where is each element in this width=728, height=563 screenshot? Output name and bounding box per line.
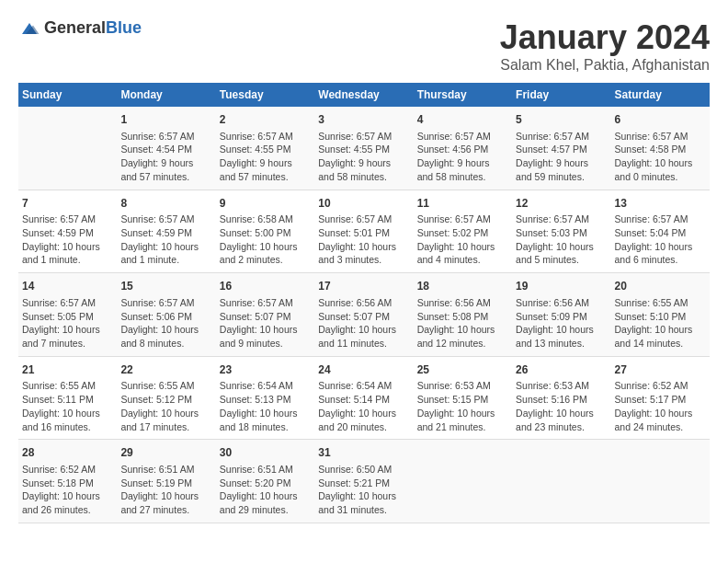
calendar-cell: 18Sunrise: 6:56 AMSunset: 5:08 PMDayligh… <box>414 273 512 357</box>
day-info: Sunset: 5:15 PM <box>417 393 508 407</box>
day-info: and 12 minutes. <box>417 337 508 350</box>
day-info: and 17 minutes. <box>120 420 211 434</box>
header-monday: Monday <box>117 83 215 107</box>
day-info: Sunrise: 6:52 AM <box>615 379 706 393</box>
day-info: Daylight: 10 hours <box>516 240 607 254</box>
day-info: Sunrise: 6:57 AM <box>615 130 706 144</box>
day-info: Sunset: 5:00 PM <box>220 226 311 240</box>
day-info: Daylight: 10 hours <box>318 489 409 503</box>
day-info: and 5 minutes. <box>516 253 607 267</box>
day-info: Sunrise: 6:55 AM <box>22 379 113 393</box>
day-number: 12 <box>516 196 607 212</box>
day-info: Sunset: 4:54 PM <box>120 143 211 156</box>
day-info: Sunrise: 6:56 AM <box>516 296 607 310</box>
calendar-cell: 23Sunrise: 6:54 AMSunset: 5:13 PMDayligh… <box>216 356 314 440</box>
day-info: Daylight: 10 hours <box>22 323 113 337</box>
calendar-cell: 16Sunrise: 6:57 AMSunset: 5:07 PMDayligh… <box>216 273 314 357</box>
day-info: Daylight: 10 hours <box>120 407 211 420</box>
day-info: Sunset: 5:06 PM <box>120 310 211 324</box>
day-info: Sunrise: 6:57 AM <box>318 213 409 226</box>
calendar-cell: 25Sunrise: 6:53 AMSunset: 5:15 PMDayligh… <box>414 356 512 440</box>
day-info: Sunset: 5:05 PM <box>22 310 113 324</box>
day-info: and 21 minutes. <box>417 420 508 434</box>
day-info: Sunrise: 6:57 AM <box>120 130 211 144</box>
day-info: Daylight: 10 hours <box>22 489 113 503</box>
day-info: Sunrise: 6:56 AM <box>318 296 409 310</box>
day-number: 15 <box>120 279 211 294</box>
calendar-cell: 5Sunrise: 6:57 AMSunset: 4:57 PMDaylight… <box>512 107 610 190</box>
day-info: and 18 minutes. <box>220 420 311 434</box>
day-info: Sunset: 5:11 PM <box>22 393 113 407</box>
calendar-cell: 17Sunrise: 6:56 AMSunset: 5:07 PMDayligh… <box>314 273 413 357</box>
day-number: 14 <box>22 279 113 294</box>
day-info: and 58 minutes. <box>417 170 508 184</box>
day-info: and 57 minutes. <box>120 170 211 184</box>
day-info: Sunrise: 6:52 AM <box>22 463 113 477</box>
day-number: 8 <box>120 196 211 212</box>
day-info: Daylight: 10 hours <box>417 407 508 420</box>
day-info: Sunrise: 6:57 AM <box>22 296 113 310</box>
calendar-cell: 4Sunrise: 6:57 AMSunset: 4:56 PMDaylight… <box>414 107 512 190</box>
calendar-cell: 13Sunrise: 6:57 AMSunset: 5:04 PMDayligh… <box>611 190 710 273</box>
day-info: and 14 minutes. <box>615 337 706 350</box>
title-block: January 2024 Salam Khel, Paktia, Afghani… <box>500 18 710 74</box>
day-number: 29 <box>120 445 211 461</box>
day-info: Daylight: 10 hours <box>615 407 706 420</box>
day-info: Sunrise: 6:57 AM <box>220 130 311 144</box>
day-info: Daylight: 10 hours <box>516 407 607 420</box>
calendar-cell: 29Sunrise: 6:51 AMSunset: 5:19 PMDayligh… <box>117 440 215 523</box>
day-info: Daylight: 9 hours <box>516 156 607 170</box>
day-info: Daylight: 10 hours <box>220 407 311 420</box>
calendar-cell: 9Sunrise: 6:58 AMSunset: 5:00 PMDaylight… <box>216 190 314 273</box>
day-info: and 1 minute. <box>22 253 113 267</box>
day-info: Sunrise: 6:57 AM <box>615 213 706 226</box>
calendar-cell: 11Sunrise: 6:57 AMSunset: 5:02 PMDayligh… <box>414 190 512 273</box>
day-info: and 26 minutes. <box>22 503 113 517</box>
week-row-2: 7Sunrise: 6:57 AMSunset: 4:59 PMDaylight… <box>18 190 710 273</box>
subtitle: Salam Khel, Paktia, Afghanistan <box>500 57 710 74</box>
day-info: Sunset: 5:09 PM <box>516 310 607 324</box>
day-info: Daylight: 10 hours <box>417 240 508 254</box>
day-info: and 3 minutes. <box>318 253 409 267</box>
day-info: Sunset: 5:04 PM <box>615 226 706 240</box>
calendar-body: 1Sunrise: 6:57 AMSunset: 4:54 PMDaylight… <box>18 107 710 523</box>
day-info: and 2 minutes. <box>220 253 311 267</box>
day-info: and 58 minutes. <box>318 170 409 184</box>
day-info: Daylight: 10 hours <box>120 489 211 503</box>
day-info: Sunrise: 6:57 AM <box>120 213 211 226</box>
day-info: Daylight: 10 hours <box>516 323 607 337</box>
day-number: 1 <box>120 112 211 128</box>
calendar-cell: 6Sunrise: 6:57 AMSunset: 4:58 PMDaylight… <box>611 107 710 190</box>
day-info: and 31 minutes. <box>318 503 409 517</box>
day-info: and 16 minutes. <box>22 420 113 434</box>
day-info: Sunset: 5:01 PM <box>318 226 409 240</box>
day-info: Sunset: 5:13 PM <box>220 393 311 407</box>
day-info: and 27 minutes. <box>120 503 211 517</box>
day-number: 28 <box>22 445 113 461</box>
day-info: Daylight: 10 hours <box>220 323 311 337</box>
day-info: Daylight: 10 hours <box>220 489 311 503</box>
day-number: 17 <box>318 279 409 294</box>
day-info: and 13 minutes. <box>516 337 607 350</box>
day-info: and 24 minutes. <box>615 420 706 434</box>
header-friday: Friday <box>512 83 610 107</box>
header-tuesday: Tuesday <box>216 83 314 107</box>
calendar-cell: 22Sunrise: 6:55 AMSunset: 5:12 PMDayligh… <box>117 356 215 440</box>
day-info: Sunset: 5:18 PM <box>22 477 113 490</box>
calendar-cell: 20Sunrise: 6:55 AMSunset: 5:10 PMDayligh… <box>611 273 710 357</box>
day-info: Sunset: 4:59 PM <box>22 226 113 240</box>
day-info: Sunset: 5:03 PM <box>516 226 607 240</box>
day-info: Sunrise: 6:57 AM <box>417 213 508 226</box>
day-number: 25 <box>417 362 508 378</box>
day-info: Sunrise: 6:54 AM <box>318 379 409 393</box>
day-info: Daylight: 9 hours <box>220 156 311 170</box>
day-info: Sunrise: 6:57 AM <box>516 130 607 144</box>
day-info: Sunrise: 6:50 AM <box>318 463 409 477</box>
day-number: 9 <box>220 196 311 212</box>
logo-general: GeneralBlue <box>44 18 142 38</box>
calendar-cell <box>512 440 610 523</box>
logo: GeneralBlue <box>18 18 142 38</box>
day-info: Sunset: 5:12 PM <box>120 393 211 407</box>
day-info: Sunrise: 6:51 AM <box>120 463 211 477</box>
day-info: Sunrise: 6:51 AM <box>220 463 311 477</box>
